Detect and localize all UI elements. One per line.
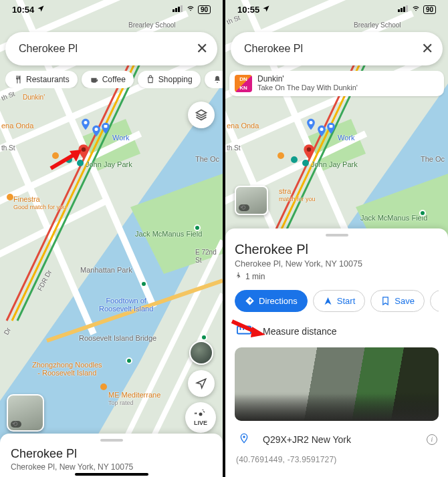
directions-icon — [245, 296, 255, 306]
streetview-thumbnail[interactable]: ⟲ — [235, 186, 268, 215]
chip-label: Coffee — [102, 75, 126, 84]
work-pin[interactable] — [99, 122, 112, 135]
sponsored-card[interactable]: DN KN Dunkin' Take On The Day With Dunki… — [229, 71, 444, 96]
chip-restaurants[interactable]: Restaurants — [5, 71, 78, 88]
poi-brearley: Brearley School — [128, 21, 176, 29]
poi-finestra: Finestra Good match for you — [13, 195, 66, 211]
info-icon[interactable]: i — [427, 434, 437, 445]
svg-point-46 — [320, 128, 324, 131]
save-button[interactable]: Save — [370, 290, 425, 312]
live-view-button[interactable]: LIVE — [185, 402, 216, 433]
chip-shopping[interactable]: Shopping — [138, 71, 201, 88]
annotation-arrow-left — [48, 150, 84, 175]
poi-e72: E 72nd St — [195, 249, 223, 265]
svg-rect-51 — [406, 5, 408, 12]
bell-icon — [213, 75, 222, 84]
svg-rect-48 — [398, 9, 400, 12]
plus-code-row[interactable]: Q29X+JR2 New York i — [235, 428, 439, 451]
mini-pin-finestra — [7, 194, 13, 200]
directions-button[interactable]: Directions — [235, 290, 308, 312]
svg-point-21 — [84, 121, 88, 124]
shopping-icon — [146, 75, 155, 84]
status-bar: 10:54 90 — [0, 3, 223, 16]
screen-left: Brearley School Dunkin' ena Onda Work Jo… — [0, 0, 223, 477]
streetview-thumbnail[interactable]: ⟲ — [7, 394, 44, 432]
work-pin[interactable] — [324, 122, 338, 135]
button-label: Save — [395, 296, 415, 306]
svg-point-59 — [243, 436, 245, 438]
poi-dunkin: Dunkin' — [23, 94, 45, 102]
svg-rect-23 — [104, 125, 108, 128]
sheet-handle[interactable] — [100, 439, 123, 442]
chip-label: Shopping — [158, 75, 193, 84]
button-label: Directions — [259, 296, 298, 306]
svg-point-45 — [310, 121, 313, 124]
walk-icon — [235, 271, 242, 282]
poi-ena: ena Onda — [1, 122, 33, 130]
mini-pin-park3 — [126, 357, 132, 364]
poi-zhong: Zhongzhong Noodles- Roosevelt Island — [32, 361, 102, 377]
status-bar: 10:55 90 — [225, 3, 448, 16]
svg-rect-50 — [403, 7, 405, 12]
poi-theoc: The Oc — [195, 155, 219, 163]
live-icon — [194, 410, 207, 420]
place-address: Cherokee Pl, New York, NY 10075 — [235, 259, 439, 269]
mini-pin-park1 — [194, 224, 201, 231]
plus-code-text: Q29X+JR2 New York — [263, 434, 351, 445]
bookmark-icon — [380, 296, 390, 306]
button-label: Start — [337, 296, 355, 306]
search-bar[interactable]: Cherokee Pl ✕ — [231, 32, 443, 65]
flag-icon — [437, 296, 439, 306]
chip-coffee[interactable]: Coffee — [82, 71, 134, 88]
live-label: LIVE — [194, 420, 207, 426]
svg-point-52 — [238, 273, 239, 274]
poi-brearley: Brearley School — [354, 21, 401, 29]
pin-outline-icon — [236, 432, 252, 447]
svg-point-22 — [95, 128, 98, 131]
place-sheet-expanded[interactable]: Cherokee Pl Cherokee Pl, New York, NY 10… — [225, 228, 448, 477]
clear-search-icon[interactable]: ✕ — [196, 40, 208, 57]
location-arrow-icon — [37, 5, 45, 15]
start-button[interactable]: Start — [313, 290, 365, 312]
poi-th1: th St — [227, 144, 241, 152]
annotation-arrow-right — [229, 319, 269, 341]
streetview-icon: ⟲ — [12, 420, 17, 428]
place-sheet-collapsed[interactable]: Cherokee Pl Cherokee Pl, New York, NY 10… — [0, 434, 223, 477]
svg-rect-27 — [175, 8, 177, 12]
dunkin-logo: DN KN — [235, 75, 252, 92]
mini-pin-park4 — [201, 334, 207, 341]
streetview-hero[interactable] — [235, 347, 439, 421]
layers-button[interactable] — [188, 102, 215, 128]
mini-pin-teal2 — [291, 156, 298, 163]
poi-foodtown: Foodtown ofRoosevelt Island — [99, 297, 153, 313]
place-title: Cherokee Pl — [235, 242, 439, 257]
mini-pin-me — [100, 383, 107, 390]
recenter-button[interactable] — [188, 370, 215, 397]
svg-marker-54 — [251, 327, 265, 337]
coffee-icon — [90, 75, 99, 84]
poi-jjp: John Jay Park — [311, 160, 358, 168]
svg-point-30 — [199, 412, 203, 416]
search-text: Cherokee Pl — [19, 43, 196, 55]
search-bar[interactable]: Cherokee Pl ✕ — [5, 32, 217, 65]
poi-ribridge: Roosevelt Island Bridge — [79, 334, 156, 342]
wifi-icon — [411, 5, 421, 14]
chip-alerts[interactable] — [205, 71, 223, 88]
dropped-pin[interactable] — [300, 143, 318, 163]
svg-point-44 — [307, 148, 312, 152]
sheet-handle[interactable] — [326, 234, 348, 236]
more-button[interactable] — [430, 290, 439, 312]
place-title: Cherokee Pl — [11, 447, 212, 461]
poi-jjp: John Jay Park — [86, 160, 132, 168]
poi-th1: th St — [1, 144, 15, 152]
profile-avatar[interactable] — [189, 341, 213, 365]
svg-line-24 — [51, 155, 74, 168]
fork-knife-icon — [13, 75, 23, 84]
poi-mcmanus: Jack McManus Field — [135, 230, 202, 238]
svg-rect-47 — [330, 125, 333, 128]
clear-search-icon[interactable]: ✕ — [421, 40, 433, 57]
cellular-icon — [173, 5, 183, 14]
wifi-icon — [186, 5, 195, 14]
action-row: Directions Start Save — [235, 290, 439, 312]
category-chips: Restaurants Coffee Shopping — [5, 71, 223, 88]
